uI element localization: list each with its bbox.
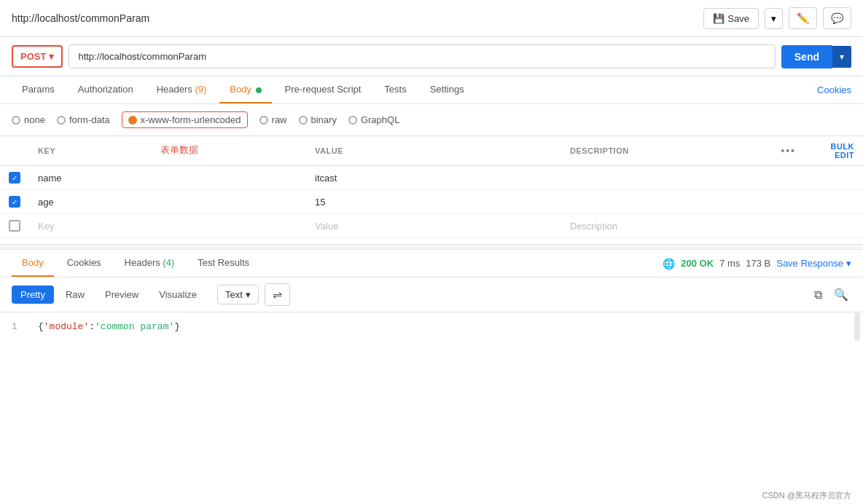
response-tab-headers-badge: (4) <box>163 257 174 268</box>
empty-row-checkbox[interactable] <box>9 220 20 232</box>
row2-bulk-cell <box>805 190 863 214</box>
row2-key-cell: age <box>29 190 306 214</box>
table-row: ✓ age 15 <box>0 190 863 214</box>
col-header-check <box>0 136 29 166</box>
copy-response-button[interactable]: ⧉ <box>811 285 825 304</box>
code-colon: : <box>89 321 95 332</box>
tab-headers[interactable]: Headers (9) <box>147 76 217 103</box>
row1-checkbox[interactable]: ✓ <box>9 172 20 184</box>
send-chevron-icon: ▾ <box>840 52 844 62</box>
tab-body[interactable]: Body <box>219 76 271 103</box>
send-dropdown-button[interactable]: ▾ <box>832 46 851 68</box>
empty-row-desc-cell[interactable]: Description <box>561 214 772 238</box>
response-tab-cookies[interactable]: Cookies <box>57 250 112 277</box>
save-response-button[interactable]: Save Response ▾ <box>776 258 851 269</box>
empty-row-key-placeholder: Key <box>38 221 54 232</box>
bulk-edit-button[interactable]: Bulk Edit <box>830 142 854 160</box>
body-type-form-data[interactable]: form-data <box>57 114 110 125</box>
code-content: {'module':'common param'} <box>38 321 180 332</box>
response-tab-headers[interactable]: Headers (4) <box>114 250 185 277</box>
top-bar-actions: 💾 Save ▾ ✏️ 💬 <box>703 7 851 29</box>
body-type-raw[interactable]: raw <box>259 114 287 125</box>
format-selector[interactable]: Text ▾ <box>217 285 259 304</box>
row2-key-value: age <box>38 197 54 208</box>
wrap-button[interactable]: ⇌ <box>265 283 290 306</box>
response-tab-test-results[interactable]: Test Results <box>187 250 259 277</box>
empty-row-value-cell[interactable]: Value <box>306 214 561 238</box>
col-header-key: KEY <box>29 136 306 166</box>
save-icon: 💾 <box>713 13 725 24</box>
row2-value-cell: 15 <box>306 190 561 214</box>
comment-button[interactable]: 💬 <box>823 7 851 29</box>
view-visualize-button[interactable]: Visualize <box>150 286 206 304</box>
search-response-button[interactable]: 🔍 <box>831 285 851 304</box>
body-type-binary[interactable]: binary <box>299 114 337 125</box>
body-type-binary-label: binary <box>311 114 337 125</box>
format-label: Text <box>225 289 243 300</box>
row2-checkbox[interactable]: ✓ <box>9 196 20 208</box>
more-options-icon[interactable]: ••• <box>781 145 796 157</box>
body-type-urlencoded[interactable]: x-www-form-urlencoded <box>122 111 248 128</box>
save-button[interactable]: 💾 Save <box>703 8 759 29</box>
cookies-link[interactable]: Cookies <box>817 77 851 103</box>
save-label: Save <box>727 13 749 24</box>
line-number-1: 1 <box>12 321 26 332</box>
code-line-1: {'module':'common param'} <box>38 321 180 332</box>
response-body-bar: Pretty Raw Preview Visualize Text ▾ ⇌ ⧉ … <box>0 277 863 312</box>
search-icon: 🔍 <box>834 288 848 301</box>
footer: CSDN @黑马程序员官方 <box>751 487 863 504</box>
row1-more-cell <box>772 166 805 190</box>
radio-graphql-dot <box>348 116 357 125</box>
view-pretty-button[interactable]: Pretty <box>12 286 54 304</box>
row2-desc-cell <box>561 190 772 214</box>
body-type-none[interactable]: none <box>12 114 45 125</box>
response-tab-body[interactable]: Body <box>12 250 54 277</box>
body-type-graphql-label: GraphQL <box>361 114 399 125</box>
row1-desc-cell <box>561 166 772 190</box>
tab-tests[interactable]: Tests <box>374 76 416 103</box>
response-time: 7 ms <box>719 258 740 269</box>
send-main-button[interactable]: Send <box>781 45 832 68</box>
response-size: 173 B <box>746 258 770 269</box>
response-body-content: 1 {'module':'common param'} <box>0 312 863 341</box>
empty-row-value-placeholder: Value <box>315 221 338 232</box>
body-active-dot <box>256 87 262 93</box>
radio-form-data-dot <box>57 116 66 125</box>
response-tab-body-label: Body <box>22 257 44 268</box>
tab-authorization[interactable]: Authorization <box>68 76 144 103</box>
row2-value: 15 <box>315 197 325 208</box>
body-type-bar: none form-data x-www-form-urlencoded raw… <box>0 104 863 136</box>
tab-settings[interactable]: Settings <box>420 76 475 103</box>
row1-value-cell: itcast <box>306 166 561 190</box>
tab-params[interactable]: Params <box>12 76 65 103</box>
radio-raw-dot <box>259 116 268 125</box>
copy-icon: ⧉ <box>814 288 822 301</box>
tab-pre-request[interactable]: Pre-request Script <box>275 76 372 103</box>
view-preview-button[interactable]: Preview <box>96 286 147 304</box>
response-tab-cookies-label: Cookies <box>67 257 101 268</box>
edit-button[interactable]: ✏️ <box>789 7 817 29</box>
table-row: ✓ name itcast <box>0 166 863 190</box>
view-raw-button[interactable]: Raw <box>57 286 93 304</box>
body-type-graphql[interactable]: GraphQL <box>348 114 399 125</box>
send-button-group: Send ▾ <box>781 45 851 68</box>
code-brace-open: { <box>38 321 44 332</box>
code-brace-close: } <box>174 321 180 332</box>
response-scrollbar[interactable] <box>854 312 860 341</box>
section-divider <box>0 244 863 250</box>
row1-key-cell: name <box>29 166 306 190</box>
response-status: 200 OK <box>681 258 714 269</box>
page-title: http://localhost/commonParam <box>12 12 149 24</box>
empty-row-key-cell[interactable]: Key <box>29 214 306 238</box>
body-type-form-data-label: form-data <box>69 114 110 125</box>
row1-key-value: name <box>38 173 62 184</box>
params-table: KEY VALUE DESCRIPTION ••• Bulk Edit ✓ na… <box>0 136 863 238</box>
request-tabs-bar: Params Authorization Headers (9) Body Pr… <box>0 76 863 104</box>
method-selector[interactable]: POST ▾ <box>12 45 63 68</box>
save-dropdown-button[interactable]: ▾ <box>765 8 783 29</box>
col-header-bulk-edit: Bulk Edit <box>805 136 863 166</box>
url-input[interactable] <box>69 44 775 68</box>
response-tab-test-results-label: Test Results <box>198 257 249 268</box>
params-table-wrapper: 表单数据 KEY VALUE DESCRIPTION ••• Bulk Edit… <box>0 136 863 238</box>
row1-bulk-cell <box>805 166 863 190</box>
